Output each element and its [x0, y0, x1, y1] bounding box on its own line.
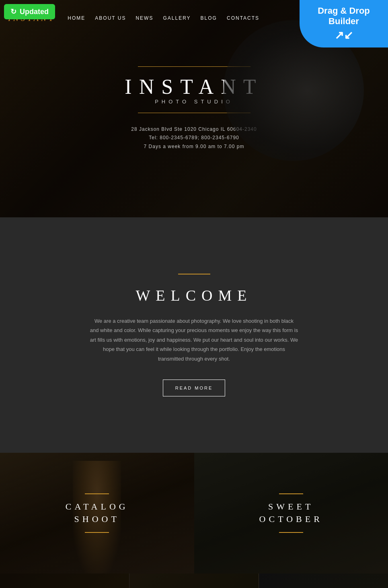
- gallery-sweet-line-bottom: [279, 532, 303, 533]
- read-more-button[interactable]: READ MORE: [163, 380, 226, 396]
- hero-title: INSTANT: [125, 75, 263, 99]
- dnd-arrow-icon: ↗↙: [307, 29, 381, 42]
- gallery-item-sweet[interactable]: SWEETOCTOBER: [194, 453, 388, 574]
- gallery-sweet-title: SWEETOCTOBER: [259, 501, 323, 526]
- updated-label: Updated: [20, 8, 49, 16]
- bottom-item-3[interactable]: [259, 574, 388, 588]
- gallery-item-catalog-content: CATALOGSHOOT: [66, 493, 129, 533]
- gallery-row: CATALOGSHOOT SWEETOCTOBER: [0, 453, 388, 574]
- nav-news[interactable]: NEWS: [135, 15, 153, 21]
- gallery-catalog-title: CATALOGSHOOT: [66, 501, 129, 526]
- welcome-section: WELCOME We are a creative team passionat…: [0, 241, 388, 429]
- updated-badge: ↻ Updated: [4, 4, 55, 19]
- hero-address: 28 Jackson Blvd Ste 1020 Chicago IL 6060…: [131, 125, 257, 134]
- hero-line-bottom: [138, 113, 250, 113]
- spacer-bottom: [0, 429, 388, 453]
- welcome-title: WELCOME: [8, 287, 380, 304]
- refresh-icon: ↻: [10, 7, 16, 16]
- hero-subtitle: PHOTO STUDIO: [155, 99, 233, 105]
- nav-gallery[interactable]: GALLERY: [163, 15, 191, 21]
- nav-about[interactable]: ABOUT US: [95, 15, 126, 21]
- welcome-line: [178, 274, 210, 274]
- bottom-item-1[interactable]: [0, 574, 129, 588]
- welcome-text: We are a creative team passionate about …: [90, 316, 299, 363]
- bottom-gallery-row: [0, 574, 388, 588]
- bottom-item-2[interactable]: [129, 574, 259, 588]
- nav-contacts[interactable]: CONTACTS: [227, 15, 259, 21]
- gallery-catalog-line-top: [85, 493, 109, 494]
- nav-blog[interactable]: BLOG: [201, 15, 217, 21]
- gallery-item-sweet-content: SWEETOCTOBER: [259, 493, 323, 533]
- hero-info: 28 Jackson Blvd Ste 1020 Chicago IL 6060…: [131, 125, 257, 151]
- hero-phone: Tel: 800-2345-6789; 800-2345-6790: [131, 134, 257, 142]
- gallery-item-catalog[interactable]: CATALOGSHOOT: [0, 453, 194, 574]
- nav-home[interactable]: HOME: [68, 15, 85, 21]
- gallery-catalog-line-bottom: [85, 532, 109, 533]
- dnd-label: Drag & DropBuilder: [318, 6, 370, 26]
- spacer-top: [0, 217, 388, 241]
- hero-hours: 7 Days a week from 9.00 am to 7.00 pm: [131, 142, 257, 151]
- dnd-badge: Drag & DropBuilder ↗↙: [300, 0, 388, 47]
- hero-line-top: [138, 66, 250, 67]
- gallery-sweet-line-top: [279, 493, 303, 494]
